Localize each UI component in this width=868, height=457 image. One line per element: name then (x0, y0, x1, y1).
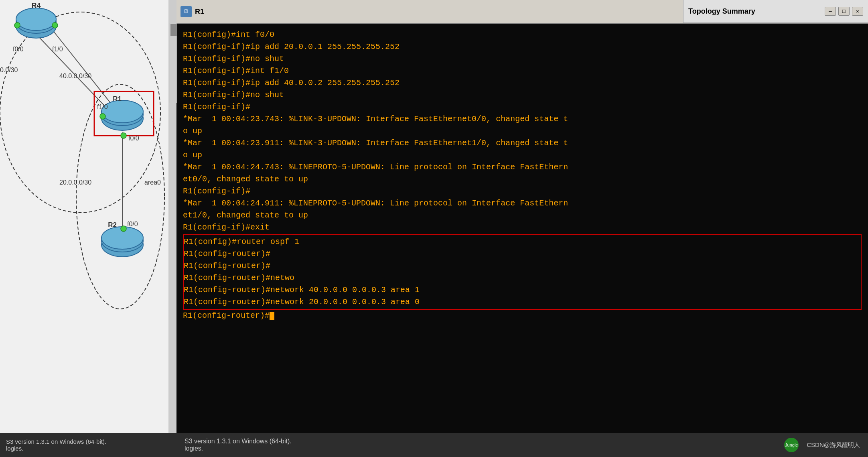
svg-text:R4: R4 (31, 2, 41, 10)
svg-text:R2: R2 (108, 221, 117, 229)
svg-point-18 (121, 133, 126, 138)
terminal-line: R1(config-if)#no shut (183, 53, 862, 65)
svg-point-12 (52, 22, 58, 28)
scrollbar-thumb[interactable] (170, 24, 177, 36)
terminal-line: R1(config)#router ospf 1 (184, 236, 861, 248)
terminal-line: R1(config-if)#ip add 20.0.0.1 255.255.25… (183, 41, 862, 53)
svg-text:0.0/30: 0.0/30 (0, 67, 18, 73)
svg-text:f1/0: f1/0 (97, 104, 108, 110)
terminal-line: R1(config-router)#network 20.0.0.0 0.0.0… (184, 296, 861, 308)
svg-text:f1/0: f1/0 (52, 46, 63, 53)
terminal-line: R1(config-if)#exit (183, 221, 862, 234)
svg-text:area0: area0 (144, 179, 161, 186)
terminal-title-left: 🖥 R1 (180, 6, 204, 17)
bottom-text-1: S3 version 1.3.1 on Windows (64-bit). (185, 438, 292, 445)
topology-close-button[interactable]: ✕ (852, 7, 863, 16)
topology-maximize-button[interactable]: □ (838, 7, 850, 16)
terminal-icon: 🖥 (180, 6, 192, 17)
topology-canvas: R4 R1 R2 f0/0 f (0, 0, 176, 433)
svg-text:R1: R1 (113, 95, 122, 103)
topology-summary-controls: — □ ✕ (825, 7, 863, 16)
terminal-line: *Mar 1 00:04:23.911: %LINK-3-UPDOWN: Int… (183, 137, 862, 149)
terminal-line: R1(config-if)#int f1/0 (183, 65, 862, 77)
status-bar-left: S3 version 1.3.1 on Windows (64-bit). lo… (0, 433, 176, 457)
jungle-logo: Jungle (784, 438, 799, 452)
terminal-container: 🖥 R1 — □ ✕ R1(config)#int f0/0 R1(config… (176, 0, 868, 457)
svg-point-9 (16, 8, 56, 30)
topology-summary-bar: Topology Summary — □ ✕ (683, 0, 868, 23)
terminal-line: R1(config-if)#no shut (183, 89, 862, 101)
terminal-title: R1 (195, 8, 204, 16)
terminal-line: R1(config-router)#network 40.0.0.0 0.0.0… (184, 284, 861, 296)
svg-text:f0/0: f0/0 (127, 221, 138, 227)
topology-panel: R4 R1 R2 f0/0 f (0, 0, 176, 457)
topology-scrollbar-thumb[interactable] (170, 23, 177, 103)
bottom-right: Jungle CSDN@游风醒明人 (784, 438, 860, 452)
terminal-prompt-line: R1(config-router)# (183, 310, 862, 322)
svg-text:40.0.0.0/30: 40.0.0.0/30 (59, 73, 91, 79)
terminal-line: R1(config-if)#ip add 40.0.0.2 255.255.25… (183, 77, 862, 89)
terminal-cursor (270, 312, 274, 320)
terminal-line: R1(config-router)#netwo (184, 272, 861, 284)
status-text-2: logies. (6, 445, 106, 452)
topology-minimize-button[interactable]: — (825, 7, 836, 16)
terminal-line: *Mar 1 00:04:23.743: %LINK-3-UPDOWN: Int… (183, 113, 862, 125)
svg-rect-0 (0, 0, 176, 433)
topology-summary-title: Topology Summary (688, 7, 755, 16)
bottom-status-container: S3 version 1.3.1 on Windows (64-bit). lo… (185, 438, 292, 452)
terminal-body[interactable]: R1(config)#int f0/0 R1(config-if)#ip add… (176, 24, 868, 457)
csdn-text: CSDN@游风醒明人 (807, 441, 860, 449)
terminal-line: o up (183, 149, 862, 161)
terminal-line: R1(config-if)# (183, 101, 862, 113)
terminal-line: R1(config)#int f0/0 (183, 29, 862, 41)
terminal-line: R1(config-if)# (183, 185, 862, 197)
terminal-line: *Mar 1 00:04:24.743: %LINEPROTO-5-UPDOWN… (183, 161, 862, 173)
highlighted-block: R1(config)#router ospf 1 R1(config-route… (183, 234, 862, 310)
svg-point-17 (100, 114, 105, 119)
svg-text:f0/0: f0/0 (128, 135, 139, 142)
terminal-line: et0/0, changed state to up (183, 173, 862, 185)
svg-point-23 (121, 226, 126, 232)
terminal-line: R1(config-router)# (184, 248, 861, 260)
svg-text:f0/0: f0/0 (13, 46, 24, 53)
jungle-label: Jungle (785, 443, 798, 447)
svg-point-11 (14, 22, 20, 28)
terminal-line: R1(config-router)# (184, 260, 861, 272)
bottom-bar: S3 version 1.3.1 on Windows (64-bit). lo… (176, 433, 868, 457)
terminal-line: *Mar 1 00:04:24.911: %LINEPROTO-5-UPDOWN… (183, 197, 862, 209)
status-text-1: S3 version 1.3.1 on Windows (64-bit). (6, 438, 106, 445)
svg-text:20.0.0.0/30: 20.0.0.0/30 (59, 179, 91, 186)
terminal-line: et1/0, changed state to up (183, 209, 862, 221)
bottom-text-2: logies. (185, 445, 292, 452)
terminal-line: o up (183, 125, 862, 137)
